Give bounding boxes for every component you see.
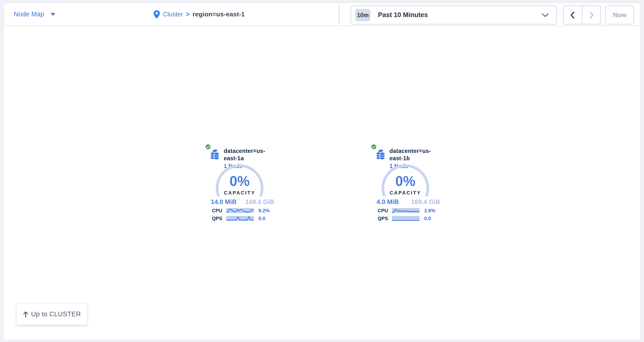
node-map-canvas: datacenter=us-east-1a 1 Node 0% CAPACITY… [4, 26, 640, 340]
metric-label: QPS [211, 216, 222, 221]
cpu-sparkline [392, 208, 420, 213]
arrow-up-icon [23, 311, 28, 318]
breadcrumb-current: region=us-east-1 [193, 10, 245, 18]
capacity-label: CAPACITY [378, 190, 432, 196]
up-to-cluster-button[interactable]: Up to CLUSTER [16, 303, 87, 325]
metric-label: CPU [211, 208, 222, 214]
qps-sparkline [392, 216, 420, 221]
time-range-label: Past 10 Minutes [378, 11, 428, 19]
capacity-label: CAPACITY [213, 190, 266, 196]
time-range-badge: 10m [355, 9, 370, 21]
time-range-select[interactable]: 10m Past 10 Minutes [350, 5, 557, 24]
time-prev-button[interactable] [564, 6, 582, 24]
capacity-usage: 14.0 MiB 169.4 GiB [205, 198, 276, 206]
view-selector-label: Node Map [14, 10, 44, 18]
database-stack-icon [376, 149, 385, 160]
capacity-used: 14.0 MiB [211, 198, 237, 206]
metric-value: 0.0 [258, 216, 265, 221]
capacity-gauge: 0% CAPACITY [213, 161, 266, 215]
cpu-sparkline [226, 208, 254, 213]
capacity-used: 4.0 MiB [376, 198, 399, 206]
breadcrumb: Cluster > region=us-east-1 [154, 3, 245, 25]
check-circle-icon [371, 144, 377, 150]
breadcrumb-cluster-link[interactable]: Cluster [163, 10, 183, 18]
metric-label: CPU [377, 208, 388, 214]
map-pin-icon [154, 10, 160, 18]
caret-down-icon [50, 13, 55, 16]
check-circle-icon [205, 144, 211, 150]
metric-value: 9.2% [258, 208, 270, 214]
up-to-cluster-label: Up to CLUSTER [31, 311, 81, 318]
capacity-total: 169.4 GiB [411, 198, 440, 206]
capacity-percent: 0% [378, 173, 432, 189]
capacity-percent: 0% [213, 173, 266, 189]
chevron-left-icon [569, 11, 576, 19]
capacity-gauge: 0% CAPACITY [378, 161, 432, 215]
datacenter-title: datacenter=us-east-1a [224, 147, 276, 162]
chevron-right-icon [588, 11, 595, 19]
capacity-usage: 4.0 MiB 169.4 GiB [370, 198, 441, 206]
capacity-total: 169.4 GiB [245, 198, 274, 206]
database-stack-icon [210, 149, 220, 160]
time-nav-group [563, 5, 601, 24]
time-next-button[interactable] [582, 6, 601, 24]
view-selector[interactable]: Node Map [14, 3, 55, 25]
datacenter-title: datacenter=us-east-1b [390, 147, 441, 162]
chevron-down-icon [542, 13, 549, 17]
datacenter-card[interactable]: datacenter=us-east-1a 1 Node 0% CAPACITY… [205, 143, 276, 224]
metric-row-qps: QPS 0.0 [205, 216, 276, 221]
metric-value: 2.6% [424, 208, 436, 214]
metric-row-cpu: CPU 2.6% [370, 208, 441, 213]
now-button[interactable]: Now [605, 5, 634, 24]
top-bar: Node Map Cluster > region=us-east-1 10m … [4, 3, 640, 26]
metric-row-qps: QPS 0.0 [370, 216, 441, 221]
metric-row-cpu: CPU 9.2% [205, 208, 276, 213]
datacenter-card[interactable]: datacenter=us-east-1b 1 Node 0% CAPACITY… [370, 143, 441, 224]
qps-sparkline [226, 216, 254, 221]
breadcrumb-separator: > [186, 10, 190, 18]
metric-value: 0.0 [424, 216, 431, 221]
node-map-page: Node Map Cluster > region=us-east-1 10m … [0, 0, 644, 342]
header-divider [339, 5, 339, 25]
metric-label: QPS [377, 216, 388, 221]
